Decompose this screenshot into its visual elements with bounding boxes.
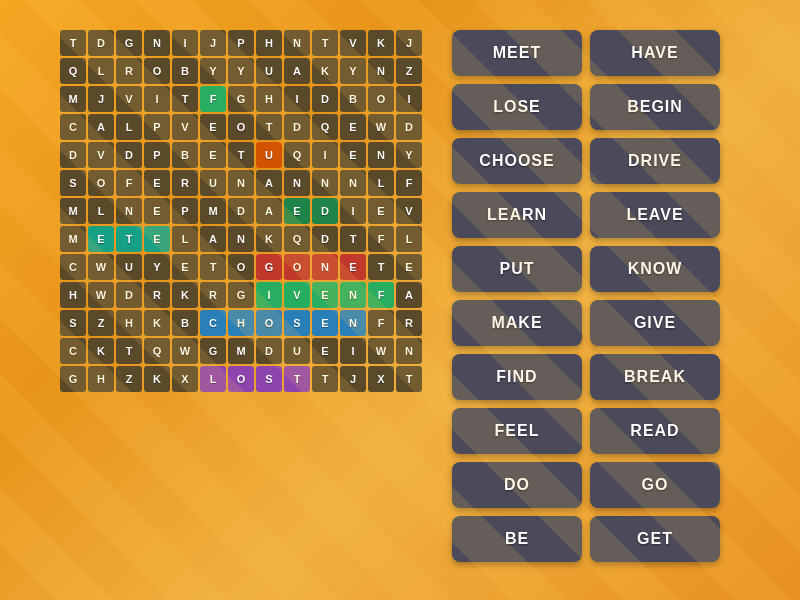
cell-3-4: V <box>172 114 198 140</box>
word-btn-know[interactable]: KNOW <box>590 246 720 292</box>
cell-5-9: N <box>312 170 338 196</box>
cell-3-10: E <box>340 114 366 140</box>
cell-11-6: M <box>228 338 254 364</box>
cell-10-10: N <box>340 310 366 336</box>
word-btn-drive[interactable]: DRIVE <box>590 138 720 184</box>
cell-12-11: X <box>368 366 394 392</box>
cell-4-7: U <box>256 142 282 168</box>
cell-12-0: G <box>60 366 86 392</box>
cell-5-6: N <box>228 170 254 196</box>
cell-7-12: L <box>396 226 422 252</box>
cell-4-3: P <box>144 142 170 168</box>
cell-6-0: M <box>60 198 86 224</box>
cell-4-4: B <box>172 142 198 168</box>
cell-0-5: J <box>200 30 226 56</box>
cell-7-10: T <box>340 226 366 252</box>
word-btn-find[interactable]: FIND <box>452 354 582 400</box>
cell-4-11: N <box>368 142 394 168</box>
cell-1-4: B <box>172 58 198 84</box>
word-btn-do[interactable]: DO <box>452 462 582 508</box>
cell-0-9: T <box>312 30 338 56</box>
cell-12-2: Z <box>116 366 142 392</box>
cell-8-7: G <box>256 254 282 280</box>
cell-2-4: T <box>172 86 198 112</box>
cell-7-4: L <box>172 226 198 252</box>
cell-0-4: I <box>172 30 198 56</box>
cell-6-9: D <box>312 198 338 224</box>
cell-1-6: Y <box>228 58 254 84</box>
cell-2-8: I <box>284 86 310 112</box>
word-btn-be[interactable]: BE <box>452 516 582 562</box>
word-btn-meet[interactable]: MEET <box>452 30 582 76</box>
cell-7-1: E <box>88 226 114 252</box>
cell-7-9: D <box>312 226 338 252</box>
word-btn-go[interactable]: GO <box>590 462 720 508</box>
cell-5-1: O <box>88 170 114 196</box>
cell-11-11: W <box>368 338 394 364</box>
cell-3-12: D <box>396 114 422 140</box>
cell-8-10: E <box>340 254 366 280</box>
cell-3-0: C <box>60 114 86 140</box>
cell-0-11: K <box>368 30 394 56</box>
cell-7-0: M <box>60 226 86 252</box>
cell-1-3: O <box>144 58 170 84</box>
cell-8-6: O <box>228 254 254 280</box>
word-btn-have[interactable]: HAVE <box>590 30 720 76</box>
cell-1-12: Z <box>396 58 422 84</box>
word-btn-break[interactable]: BREAK <box>590 354 720 400</box>
cell-7-8: Q <box>284 226 310 252</box>
word-btn-begin[interactable]: BEGIN <box>590 84 720 130</box>
cell-6-11: E <box>368 198 394 224</box>
word-btn-put[interactable]: PUT <box>452 246 582 292</box>
cell-10-3: K <box>144 310 170 336</box>
cell-8-5: T <box>200 254 226 280</box>
cell-1-10: Y <box>340 58 366 84</box>
cell-2-9: D <box>312 86 338 112</box>
cell-0-10: V <box>340 30 366 56</box>
cell-6-1: L <box>88 198 114 224</box>
cell-12-4: X <box>172 366 198 392</box>
word-btn-read[interactable]: READ <box>590 408 720 454</box>
word-btn-give[interactable]: GIVE <box>590 300 720 346</box>
word-btn-leave[interactable]: LEAVE <box>590 192 720 238</box>
cell-2-11: O <box>368 86 394 112</box>
cell-9-7: I <box>256 282 282 308</box>
cell-2-7: H <box>256 86 282 112</box>
cell-9-9: E <box>312 282 338 308</box>
cell-3-7: T <box>256 114 282 140</box>
cell-9-12: A <box>396 282 422 308</box>
cell-11-7: D <box>256 338 282 364</box>
cell-6-8: E <box>284 198 310 224</box>
cell-3-2: L <box>116 114 142 140</box>
cell-4-1: V <box>88 142 114 168</box>
cell-11-5: G <box>200 338 226 364</box>
cell-12-7: S <box>256 366 282 392</box>
cell-8-4: E <box>172 254 198 280</box>
cell-12-12: T <box>396 366 422 392</box>
cell-5-11: L <box>368 170 394 196</box>
cell-12-1: H <box>88 366 114 392</box>
cell-1-1: L <box>88 58 114 84</box>
cell-11-1: K <box>88 338 114 364</box>
cell-5-10: N <box>340 170 366 196</box>
cell-10-9: E <box>312 310 338 336</box>
cell-8-1: W <box>88 254 114 280</box>
word-btn-learn[interactable]: LEARN <box>452 192 582 238</box>
cell-4-2: D <box>116 142 142 168</box>
word-btn-feel[interactable]: FEEL <box>452 408 582 454</box>
cell-1-9: K <box>312 58 338 84</box>
cell-2-2: V <box>116 86 142 112</box>
cell-0-3: N <box>144 30 170 56</box>
word-btn-make[interactable]: MAKE <box>452 300 582 346</box>
cell-6-3: E <box>144 198 170 224</box>
word-btn-lose[interactable]: LOSE <box>452 84 582 130</box>
cell-9-1: W <box>88 282 114 308</box>
word-btn-get[interactable]: GET <box>590 516 720 562</box>
cell-7-5: A <box>200 226 226 252</box>
cell-7-11: F <box>368 226 394 252</box>
word-btn-choose[interactable]: CHOOSE <box>452 138 582 184</box>
cell-10-11: F <box>368 310 394 336</box>
cell-11-4: W <box>172 338 198 364</box>
cell-0-12: J <box>396 30 422 56</box>
cell-6-5: M <box>200 198 226 224</box>
